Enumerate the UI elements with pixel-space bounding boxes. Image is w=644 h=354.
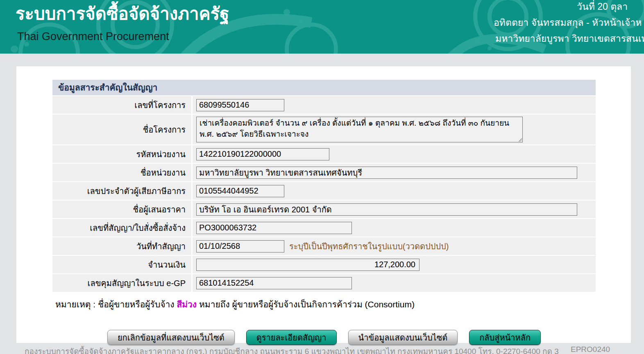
contract-no-input[interactable] — [196, 222, 352, 234]
project-name-textarea[interactable]: เช่าเครื่องคอมพิวเตอร์ จำนวน ๙ เครื่อง ต… — [196, 117, 523, 142]
amount-input[interactable] — [196, 259, 420, 271]
dept-name-label: ชื่อหน่วยงาน — [52, 164, 193, 181]
action-button-row: ยกเลิกข้อมูลที่แสดงบนเว็บไซต์ ดูรายละเอี… — [52, 330, 596, 345]
project-name-label: ชื่อโครงการ — [52, 115, 193, 144]
footer-screen-code: EPRO0240 — [571, 345, 610, 354]
project-no-input[interactable] — [196, 99, 284, 111]
tax-id-input[interactable] — [196, 185, 284, 197]
bidder-name-label: ชื่อผู้เสนอราคา — [52, 201, 193, 218]
contract-info-table: ข้อมูลสาระสำคัญในสัญญา เลขที่โครงการ ชื่… — [52, 80, 596, 292]
note-highlight-purple: สีม่วง — [177, 300, 197, 309]
view-contract-detail-button[interactable]: ดูรายละเอียดสัญญา — [246, 330, 337, 345]
contract-no-label: เลขที่สัญญา/ใบสั่งซื้อสั่งจ้าง — [52, 219, 193, 237]
row-project-no: เลขที่โครงการ — [52, 96, 596, 114]
section-title: ข้อมูลสาระสำคัญในสัญญา — [52, 80, 596, 95]
publish-website-data-button[interactable]: นำข้อมูลแสดงบนเว็บไซต์ — [348, 330, 458, 345]
cancel-website-data-button[interactable]: ยกเลิกข้อมูลที่แสดงบนเว็บไซต์ — [107, 330, 235, 345]
textarea-resize-handle-icon[interactable] — [518, 138, 522, 142]
app-title-english: Thai Government Procurement — [17, 30, 169, 43]
egp-no-label: เลขคุมสัญญาในระบบ e-GP — [52, 274, 193, 292]
row-dept-name: ชื่อหน่วยงาน — [52, 164, 596, 181]
header-user-name: อทิตตยา จันทรสมสกุล - หัวหน้าเจ้าห — [494, 15, 642, 30]
row-contract-date: วันที่ทำสัญญา ระบุปีเป็นปีพุทธศักราชในรู… — [52, 237, 596, 255]
note-suffix: หมายถึง ผู้ขายหรือผู้รับจ้างเป็นกิจการค้… — [197, 300, 415, 309]
consortium-note: หมายเหตุ : ชื่อผู้ขายหรือผู้รับจ้าง สีม่… — [55, 298, 596, 311]
amount-label: จำนวนเงิน — [52, 256, 193, 273]
header-date: วันที่ 20 ตุลา — [577, 0, 628, 14]
project-no-label: เลขที่โครงการ — [52, 96, 193, 114]
row-egp-no: เลขคุมสัญญาในระบบ e-GP — [52, 274, 596, 292]
row-bidder-name: ชื่อผู้เสนอราคา — [52, 201, 596, 218]
footer-address: กองระบบการจัดซื้อจัดจ้างภาครัฐและราคากลา… — [25, 345, 559, 354]
content-card: ข้อมูลสาระสำคัญในสัญญา เลขที่โครงการ ชื่… — [16, 66, 631, 343]
dept-name-input[interactable] — [196, 167, 577, 179]
note-prefix: หมายเหตุ : ชื่อผู้ขายหรือผู้รับจ้าง — [55, 300, 177, 309]
back-to-home-button[interactable]: กลับสู่หน้าหลัก — [469, 330, 541, 345]
app-header: ระบบการจัดซื้อจัดจ้างภาครัฐ Thai Governm… — [0, 0, 644, 54]
dept-code-input[interactable] — [196, 148, 329, 160]
header-organization: มหาวิทยาลัยบูรพา วิทยาเขตสารสนเท — [495, 31, 644, 46]
app-title-thai: ระบบการจัดซื้อจัดจ้างภาครัฐ — [16, 0, 229, 27]
buddhist-year-format-hint: ระบุปีเป็นปีพุทธศักราชในรูปแบบ(ววดดปปปป) — [289, 240, 449, 253]
bidder-name-input[interactable] — [196, 203, 577, 216]
row-dept-code: รหัสหน่วยงาน — [52, 145, 596, 163]
tax-id-label: เลขประจำตัวผู้เสียภาษีอากร — [52, 182, 193, 200]
dept-code-label: รหัสหน่วยงาน — [52, 145, 193, 163]
row-amount: จำนวนเงิน — [52, 256, 596, 273]
contract-date-input[interactable] — [196, 240, 284, 253]
contract-date-label: วันที่ทำสัญญา — [52, 237, 193, 255]
egp-no-input[interactable] — [196, 277, 352, 289]
row-project-name: ชื่อโครงการ เช่าเครื่องคอมพิวเตอร์ จำนวน… — [52, 115, 596, 144]
row-contract-no: เลขที่สัญญา/ใบสั่งซื้อสั่งจ้าง — [52, 219, 596, 237]
row-tax-id: เลขประจำตัวผู้เสียภาษีอากร — [52, 182, 596, 200]
